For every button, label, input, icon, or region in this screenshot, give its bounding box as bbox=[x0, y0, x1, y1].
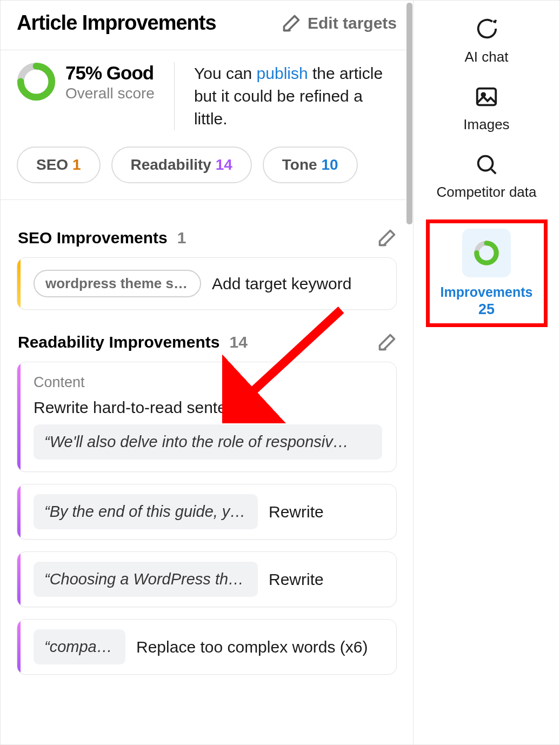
sidebar-item-improvements[interactable]: Improvements 25 bbox=[426, 219, 548, 327]
divider bbox=[174, 62, 175, 130]
search-icon bbox=[474, 152, 499, 177]
scrollbar[interactable] bbox=[406, 3, 412, 224]
seo-edit-icon[interactable] bbox=[377, 228, 397, 248]
sidebar-label: AI chat bbox=[465, 49, 509, 65]
card-action: Replace too complex words (x6) bbox=[136, 638, 368, 656]
seo-card-action: Add target keyword bbox=[212, 275, 351, 293]
seo-card[interactable]: wordpress theme se… Add target keyword bbox=[17, 257, 397, 310]
card-action: Rewrite bbox=[269, 503, 324, 521]
pill-seo[interactable]: SEO 1 bbox=[17, 147, 101, 183]
main-panel: Article Improvements Edit targets 75% Go… bbox=[1, 1, 414, 744]
card-quote: “Choosing a WordPress th… bbox=[34, 562, 258, 597]
card-accent bbox=[17, 552, 21, 607]
sidebar-label: Images bbox=[463, 117, 509, 133]
readability-card-3[interactable]: “Choosing a WordPress th… Rewrite bbox=[17, 551, 397, 607]
seo-section-header: SEO Improvements 1 bbox=[18, 228, 397, 248]
sidebar-item-images[interactable]: Images bbox=[414, 84, 559, 133]
card-subtitle: Content bbox=[29, 374, 382, 391]
svg-rect-3 bbox=[477, 89, 496, 105]
donut-icon bbox=[472, 239, 501, 267]
readability-card-2[interactable]: “By the end of this guide, y… Rewrite bbox=[17, 484, 397, 540]
readability-section-title: Readability Improvements bbox=[18, 333, 219, 351]
card-action: Rewrite bbox=[269, 570, 324, 589]
card-quote: “We'll also delve into the role of respo… bbox=[34, 424, 382, 460]
card-heading: Rewrite hard-to-read sentences. bbox=[29, 398, 382, 417]
chat-icon bbox=[474, 17, 499, 42]
sidebar-item-ai-chat[interactable]: AI chat bbox=[414, 17, 559, 65]
keyword-chip[interactable]: wordpress theme se… bbox=[34, 270, 201, 297]
readability-card-4[interactable]: “compati… Replace too complex words (x6) bbox=[17, 619, 397, 675]
score-subtitle: Overall score bbox=[65, 85, 155, 102]
card-accent bbox=[17, 484, 21, 539]
improvements-count: 25 bbox=[433, 301, 541, 319]
content-area: SEO Improvements 1 wordpress theme se… A… bbox=[1, 200, 413, 691]
edit-targets-button[interactable]: Edit targets bbox=[282, 14, 397, 33]
header: Article Improvements Edit targets bbox=[1, 1, 413, 50]
readability-edit-icon[interactable] bbox=[377, 332, 397, 352]
card-quote: “By the end of this guide, y… bbox=[34, 494, 258, 529]
pencil-icon bbox=[282, 14, 301, 33]
pill-readability[interactable]: Readability 14 bbox=[111, 147, 252, 183]
score-message: You can publish the article but it could… bbox=[194, 62, 397, 130]
image-icon bbox=[474, 84, 499, 109]
readability-section-header: Readability Improvements 14 bbox=[18, 332, 397, 352]
svg-point-5 bbox=[478, 156, 493, 170]
edit-targets-label: Edit targets bbox=[308, 14, 397, 32]
improvements-badge bbox=[462, 229, 511, 277]
sidebar-label: Competitor data bbox=[437, 184, 537, 201]
seo-section-title: SEO Improvements bbox=[18, 229, 168, 247]
score-donut-icon bbox=[17, 62, 56, 101]
filter-pills: SEO 1 Readability 14 Tone 10 bbox=[17, 147, 397, 183]
seo-section-count: 1 bbox=[177, 229, 186, 247]
sidebar-item-competitor[interactable]: Competitor data bbox=[414, 152, 559, 201]
seo-card-accent bbox=[17, 258, 21, 309]
readability-section-count: 14 bbox=[229, 333, 247, 351]
improvements-label: Improvements bbox=[441, 284, 533, 300]
card-quote: “compati… bbox=[34, 629, 125, 664]
pill-tone[interactable]: Tone 10 bbox=[263, 147, 358, 183]
card-accent bbox=[17, 620, 21, 674]
score-value: 75% Good bbox=[65, 62, 155, 84]
page-title: Article Improvements bbox=[17, 11, 216, 35]
publish-link[interactable]: publish bbox=[257, 64, 308, 82]
card-accent bbox=[17, 362, 21, 471]
readability-card-1[interactable]: Content Rewrite hard-to-read sentences. … bbox=[17, 362, 397, 472]
sidebar: AI chat Images Competitor data Improveme… bbox=[414, 1, 559, 744]
score-section: 75% Good Overall score You can publish t… bbox=[1, 50, 413, 200]
